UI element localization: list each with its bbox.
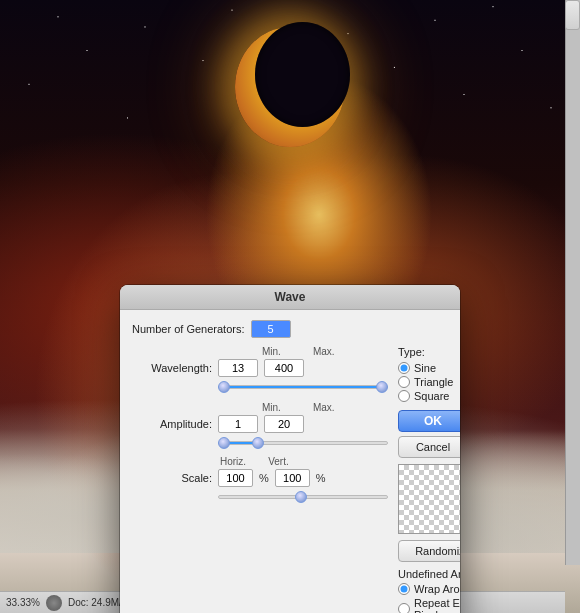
generators-label: Number of Generators: — [132, 323, 245, 335]
amplitude-min-header: Min. — [262, 402, 281, 413]
moon — [230, 22, 350, 152]
scale-horiz-pct: % — [259, 472, 269, 484]
amplitude-header: Min. Max. — [262, 402, 388, 413]
amplitude-max-header: Max. — [313, 402, 335, 413]
wrap-around-label: Wrap Around — [414, 583, 460, 595]
dialog-right-panel: Type: Sine Triangle Square — [388, 346, 460, 613]
scale-slider[interactable] — [218, 490, 388, 504]
wavelength-max-thumb[interactable] — [376, 381, 388, 393]
cancel-button[interactable]: Cancel — [398, 436, 460, 458]
generators-input[interactable] — [251, 320, 291, 338]
type-square-label: Square — [414, 390, 449, 402]
wave-dialog: Wave Number of Generators: Min. Max. — [120, 285, 460, 613]
wavelength-max-input[interactable] — [264, 359, 304, 377]
scale-inputs-row: Scale: % % — [132, 469, 388, 487]
type-label: Type: — [398, 346, 460, 358]
randomize-button[interactable]: Randomize — [398, 540, 460, 562]
type-square-row[interactable]: Square — [398, 390, 460, 402]
wavelength-min-thumb[interactable] — [218, 381, 230, 393]
wrap-around-row[interactable]: Wrap Around — [398, 583, 460, 595]
repeat-edge-radio[interactable] — [398, 603, 410, 613]
wavelength-min-input[interactable] — [218, 359, 258, 377]
type-sine-label: Sine — [414, 362, 436, 374]
wavelength-label: Wavelength: — [132, 362, 212, 374]
type-square-radio[interactable] — [398, 390, 410, 402]
amplitude-section: Min. Max. Amplitude: — [132, 402, 388, 450]
dialog-left-panel: Min. Max. Wavelength: — [132, 346, 388, 613]
amplitude-min-thumb[interactable] — [218, 437, 230, 449]
wavelength-section: Min. Max. Wavelength: — [132, 346, 388, 394]
scale-vert-input[interactable] — [275, 469, 310, 487]
undefined-areas-section: Undefined Areas: Wrap Around Repeat Edge… — [398, 568, 460, 613]
amplitude-min-input[interactable] — [218, 415, 258, 433]
repeat-edge-row[interactable]: Repeat Edge Pixels — [398, 597, 460, 613]
type-section: Type: Sine Triangle Square — [398, 346, 460, 402]
scale-header: Horiz. Vert. — [220, 456, 388, 467]
repeat-edge-label: Repeat Edge Pixels — [414, 597, 460, 613]
scale-horiz-header: Horiz. — [220, 456, 246, 467]
amplitude-slider[interactable] — [218, 436, 388, 450]
scale-label: Scale: — [132, 472, 212, 484]
canvas-area: 33.33% Doc: 24.9M/A Wave Number of Gener… — [0, 0, 580, 613]
status-icon — [46, 595, 62, 611]
wavelength-min-header: Min. — [262, 346, 281, 357]
generators-row: Number of Generators: — [132, 320, 448, 338]
amplitude-max-thumb[interactable] — [252, 437, 264, 449]
scale-thumb[interactable] — [295, 491, 307, 503]
scrollbar-thumb[interactable] — [565, 0, 580, 30]
type-sine-radio[interactable] — [398, 362, 410, 374]
action-buttons: OK Cancel — [398, 410, 460, 458]
ok-button[interactable]: OK — [398, 410, 460, 432]
undefined-areas-label: Undefined Areas: — [398, 568, 460, 580]
scrollbar-right[interactable] — [565, 0, 580, 565]
amplitude-max-input[interactable] — [264, 415, 304, 433]
dialog-title: Wave — [120, 285, 460, 310]
wrap-around-radio[interactable] — [398, 583, 410, 595]
amplitude-label: Amplitude: — [132, 418, 212, 430]
scale-horiz-input[interactable] — [218, 469, 253, 487]
scale-section: Horiz. Vert. Scale: % % — [132, 456, 388, 504]
scale-vert-header: Vert. — [268, 456, 289, 467]
wavelength-header: Min. Max. — [262, 346, 388, 357]
preview-box — [398, 464, 460, 534]
zoom-level: 33.33% — [6, 597, 40, 608]
type-triangle-radio[interactable] — [398, 376, 410, 388]
type-triangle-label: Triangle — [414, 376, 453, 388]
type-sine-row[interactable]: Sine — [398, 362, 460, 374]
type-triangle-row[interactable]: Triangle — [398, 376, 460, 388]
wavelength-max-header: Max. — [313, 346, 335, 357]
scale-vert-pct: % — [316, 472, 326, 484]
wavelength-slider[interactable] — [218, 380, 388, 394]
wavelength-inputs-row: Wavelength: — [132, 359, 388, 377]
amplitude-inputs-row: Amplitude: — [132, 415, 388, 433]
